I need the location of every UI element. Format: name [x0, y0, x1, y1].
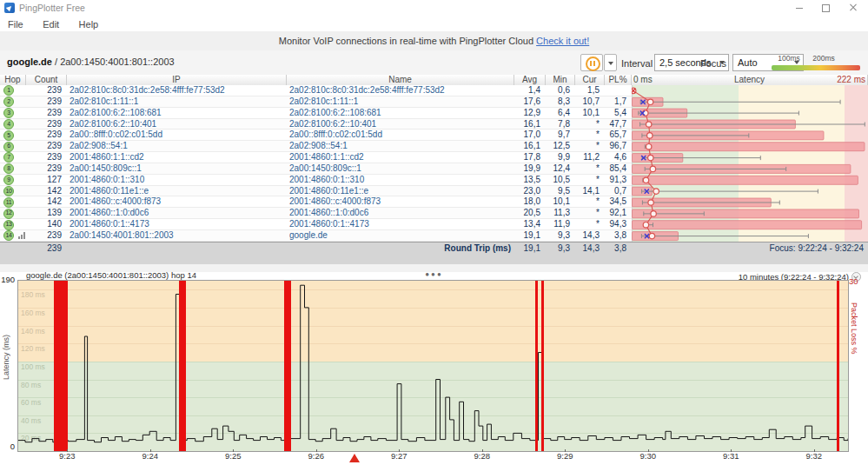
hop-cell: 10	[0, 186, 26, 197]
table-row[interactable]: 12392a02:810c:8c0:31dc:2e58:4fff:fe77:53…	[0, 85, 868, 96]
menu-help[interactable]: Help	[71, 17, 107, 31]
x-tick-label: 9:30	[631, 451, 666, 461]
hop-cell: 11	[0, 196, 26, 208]
pl-cell: 65,7	[605, 130, 632, 141]
round-trip-label: Round Trip (ms)	[67, 242, 514, 255]
avg-cell: 17,8	[514, 152, 546, 163]
table-row[interactable]: 62392a02:908::54:12a02:908::54:116,112,5…	[0, 141, 868, 152]
menu-edit[interactable]: Edit	[35, 17, 67, 31]
avg-cell: 12,9	[514, 108, 546, 119]
pause-button[interactable]	[580, 54, 603, 71]
ip-cell: 2a02:8100:6:2::10:401	[67, 119, 287, 130]
table-row[interactable]: 52392a00::8fff:0:c02:c01:5dd2a00::8fff:0…	[0, 130, 868, 141]
window-title: PingPlotter Free	[19, 3, 85, 13]
ip-cell: 2a00::8fff:0:c02:c01:5dd	[67, 130, 287, 141]
menu-file[interactable]: File	[0, 17, 31, 31]
latency-cell	[632, 208, 868, 219]
latency-cell	[632, 108, 868, 119]
hop-cell: 13	[0, 219, 26, 230]
count-cell: 239	[26, 230, 67, 242]
minimize-button[interactable]	[786, 0, 812, 16]
pl-cell: 4,6	[605, 152, 632, 163]
count-cell: 142	[26, 196, 67, 208]
pl-cell	[605, 85, 632, 96]
hop-badge: 8	[3, 163, 14, 174]
table-row[interactable]: 22392a02:810c:1:11::12a02:810c:1:11::117…	[0, 96, 868, 108]
avg-cell: 19,9	[514, 163, 546, 175]
hop-cell: 2	[0, 96, 26, 108]
focus-marker-icon[interactable]	[349, 454, 360, 462]
table-row[interactable]: 42392a02:8100:6:2::10:4012a02:8100:6:2::…	[0, 119, 868, 130]
focus-range-text: Focus: 9:22:24 - 9:32:24	[632, 242, 868, 255]
total-pl: 3,8	[605, 242, 632, 255]
hop-badge: 11	[3, 197, 14, 208]
x-tick-label: 9:23	[50, 451, 84, 461]
min-cell: 0,6	[546, 85, 575, 96]
count-cell: 239	[26, 96, 67, 108]
count-cell: 239	[26, 152, 67, 163]
table-row[interactable]: 111422001:4860::c:4000:f8732001:4860::c:…	[0, 196, 868, 208]
avg-cell: 13,5	[514, 175, 546, 186]
hop-badge: 2	[3, 96, 14, 107]
table-row[interactable]: 32392a02:8100:6:2::108:6812a02:8100:6:2:…	[0, 108, 868, 119]
pl-cell: 94,3	[605, 219, 632, 230]
x-tick-label: 9:31	[713, 451, 748, 461]
close-button[interactable]	[840, 0, 866, 16]
latency-legend-labels: 100ms200ms	[772, 54, 858, 63]
pingplotter-logo-icon	[4, 3, 15, 13]
latency-cell	[632, 130, 868, 141]
ip-cell: 2a02:810c:8c0:31dc:2e58:4fff:fe77:53d2	[67, 85, 287, 96]
min-cell: 11,9	[546, 219, 575, 230]
pl-cell: 0,7	[605, 186, 632, 197]
pause-dropdown-button[interactable]	[604, 54, 617, 71]
hop-table-body: 12392a02:810c:8c0:31dc:2e58:4fff:fe77:53…	[0, 85, 868, 242]
avg-cell: 19,1	[514, 230, 546, 242]
avg-cell: 16,1	[514, 141, 546, 152]
hop-cell: 14	[0, 230, 26, 242]
cur-cell: 11,2	[575, 152, 605, 163]
cur-cell: *	[575, 196, 605, 208]
min-cell: 10,5	[546, 175, 575, 186]
cur-cell: *	[575, 219, 605, 230]
name-cell: 2a00::8fff:0:c02:c01:5dd	[287, 130, 514, 141]
packet-loss-bar	[54, 281, 68, 451]
table-row[interactable]: 142392a00:1450:4001:801::2003google.de19…	[0, 230, 868, 242]
packet-loss-bar	[541, 281, 544, 451]
ip-cell: 2a00:1450:809c::1	[67, 163, 287, 175]
target-address: google.de / 2a00:1450:4001:801::2003	[7, 56, 175, 67]
timeline-plot[interactable]: 180 ms160 ms140 ms120 ms100 ms80 ms60 ms…	[17, 280, 849, 452]
table-row[interactable]: 72392001:4860:1:1::cd22001:4860:1:1::cd2…	[0, 152, 868, 163]
count-cell: 142	[26, 186, 67, 197]
x-tick-label: 9:26	[299, 451, 334, 461]
pl-cell: 47,7	[605, 119, 632, 130]
pause-icon	[586, 56, 600, 71]
min-cell: 10,1	[546, 196, 575, 208]
latency-scale-max: 222 ms	[837, 75, 865, 85]
promo-banner: Monitor VoIP connections in real-time wi…	[0, 31, 868, 50]
avg-cell: 23,0	[514, 186, 546, 197]
min-cell: 9,3	[546, 230, 575, 242]
hop-badge: 7	[3, 152, 14, 163]
cur-cell: 14,3	[575, 230, 605, 242]
hop-cell: 12	[0, 208, 26, 219]
count-cell: 239	[26, 119, 67, 130]
name-cell: 2a02:8100:6:2::10:401	[287, 119, 514, 130]
table-row[interactable]: 101422001:4860:0:11e1::e2001:4860:0:11e1…	[0, 186, 868, 197]
latency-scale-min: 0 ms	[633, 75, 653, 85]
table-row[interactable]: 91272001:4860:0:1::3102001:4860:0:1::310…	[0, 175, 868, 186]
packet-loss-bar	[837, 281, 839, 451]
promo-link[interactable]: Check it out!	[536, 36, 589, 46]
table-row[interactable]: 82392a00:1450:809c::12a00:1450:809c::119…	[0, 163, 868, 175]
hop-badge: 1	[3, 85, 14, 96]
focus-label: Focus	[700, 58, 726, 69]
count-cell: 239	[26, 163, 67, 175]
name-cell: 2a02:810c:1:11::1	[287, 96, 514, 108]
pl-cell: 5,4	[605, 108, 632, 119]
latency-scale-title: Latency	[734, 75, 765, 84]
table-row[interactable]: 131402001:4860:0:1::41732001:4860:0:1::4…	[0, 219, 868, 230]
promo-text: Monitor VoIP connections in real-time wi…	[279, 36, 533, 46]
maximize-button[interactable]	[812, 0, 838, 16]
min-cell: 9,7	[546, 130, 575, 141]
table-row[interactable]: 121392001:4860::1:0:d0c62001:4860::1:0:d…	[0, 208, 868, 219]
target-host: google.de	[7, 56, 52, 67]
